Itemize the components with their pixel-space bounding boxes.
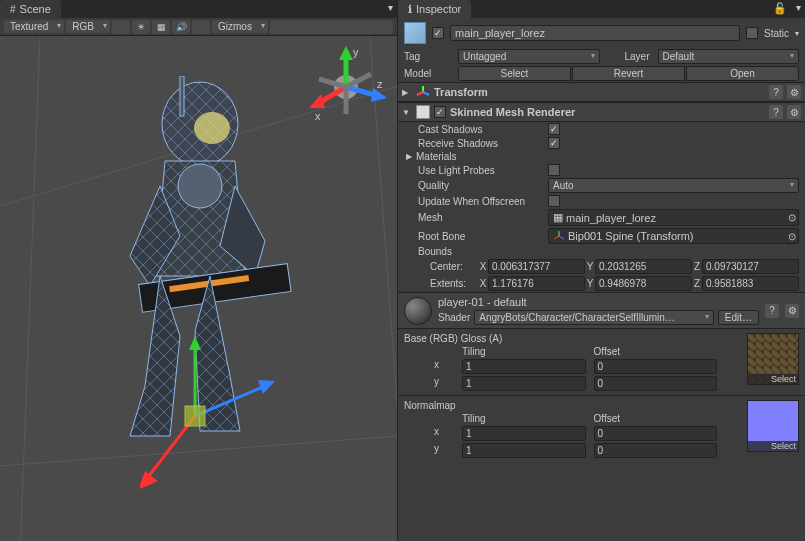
model-buttons: Select Revert Open <box>458 66 799 81</box>
normal-tiling-y[interactable]: 1 <box>462 443 586 458</box>
x-label: X <box>478 278 488 289</box>
model-revert-button[interactable]: Revert <box>572 66 685 81</box>
svg-marker-14 <box>258 380 275 394</box>
base-texture-thumb[interactable]: Select <box>747 333 799 385</box>
gameobject-enabled-checkbox[interactable]: ✓ <box>432 27 444 39</box>
scene-tab[interactable]: # Scene <box>0 0 61 18</box>
smr-enabled-checkbox[interactable]: ✓ <box>434 106 446 118</box>
mesh-object-field[interactable]: ▦main_player_lorez <box>548 209 799 226</box>
materials-row[interactable]: ▶ Materials <box>398 150 805 163</box>
tag-dropdown[interactable]: Untagged <box>458 49 600 64</box>
scene-grid-icon: # <box>10 4 16 15</box>
bounds-extents-row: Extents: X 1.176176 Y 0.9486978 Z 0.9581… <box>398 275 805 292</box>
static-checkbox[interactable] <box>746 27 758 39</box>
extents-y-field[interactable]: 0.9486978 <box>595 276 692 291</box>
extents-z-field[interactable]: 0.9581883 <box>702 276 799 291</box>
base-texture-title: Base (RGB) Gloss (A) <box>404 333 747 344</box>
scene-skybox-toggle[interactable]: ▦ <box>152 20 170 34</box>
cast-shadows-label: Cast Shadows <box>418 124 548 135</box>
base-texture-select[interactable]: Select <box>748 374 798 384</box>
render-mode-dropdown[interactable]: RGB <box>66 20 110 33</box>
svg-line-36 <box>554 236 559 239</box>
scene-search-button[interactable] <box>270 20 393 34</box>
smr-title: Skinned Mesh Renderer <box>450 106 765 118</box>
root-bone-row: Root Bone Bip001 Spine (Transform) <box>398 227 805 245</box>
materials-label: Materials <box>416 151 546 162</box>
material-gear-icon[interactable]: ⚙ <box>785 304 799 318</box>
inspector-body: ✓ main_player_lorez Static ▾ Tag Untagge… <box>398 18 805 541</box>
gizmos-dropdown[interactable]: Gizmos <box>212 20 268 33</box>
normal-offset-x[interactable]: 0 <box>594 426 718 441</box>
offset-header: Offset <box>594 346 718 357</box>
move-gizmo[interactable] <box>140 336 290 506</box>
transform-foldout-icon[interactable]: ▶ <box>402 88 412 97</box>
receive-shadows-label: Receive Shadows <box>418 138 548 149</box>
scene-viewport[interactable]: y z x <box>0 36 397 541</box>
bounds-label: Bounds <box>418 246 548 257</box>
model-open-button[interactable]: Open <box>686 66 799 81</box>
light-probes-label: Use Light Probes <box>418 165 548 176</box>
scene-panel-menu-icon[interactable]: ▾ <box>383 0 397 14</box>
extents-x-field[interactable]: 1.176176 <box>488 276 585 291</box>
scene-panel: # Scene ▾ Textured RGB ☀ ▦ 🔊 Gizmos <box>0 0 398 541</box>
quality-row: Quality Auto <box>398 177 805 194</box>
inspector-tab[interactable]: ℹ Inspector <box>398 0 471 18</box>
normal-tiling-x[interactable]: 1 <box>462 426 586 441</box>
material-help-icon[interactable]: ? <box>765 304 779 318</box>
material-header[interactable]: player-01 - default Shader AngryBots/Cha… <box>398 292 805 328</box>
y-label: y <box>434 443 454 458</box>
shader-dropdown[interactable]: AngryBots/Character/CharacterSelfIllumin… <box>474 310 714 325</box>
cast-shadows-checkbox[interactable]: ✓ <box>548 123 560 135</box>
static-dropdown-icon[interactable]: ▾ <box>795 29 799 38</box>
gameobject-name-field[interactable]: main_player_lorez <box>450 25 740 41</box>
smr-help-icon[interactable]: ? <box>769 105 783 119</box>
normal-texture-thumb[interactable]: Select <box>747 400 799 452</box>
base-offset-y[interactable]: 0 <box>594 376 718 391</box>
scene-2d-toggle[interactable] <box>112 20 130 34</box>
scene-fx-toggle[interactable] <box>192 20 210 34</box>
receive-shadows-checkbox[interactable]: ✓ <box>548 137 560 149</box>
quality-dropdown[interactable]: Auto <box>548 178 799 193</box>
receive-shadows-row: Receive Shadows ✓ <box>398 136 805 150</box>
smr-gear-icon[interactable]: ⚙ <box>787 105 801 119</box>
center-z-field[interactable]: 0.09730127 <box>702 259 799 274</box>
smr-component-header[interactable]: ▼ ✓ Skinned Mesh Renderer ? ⚙ <box>398 102 805 122</box>
svg-text:x: x <box>315 110 321 122</box>
shader-edit-button[interactable]: Edit… <box>718 310 759 325</box>
svg-marker-26 <box>309 94 325 108</box>
scene-light-toggle[interactable]: ☀ <box>132 20 150 34</box>
materials-foldout-icon[interactable]: ▶ <box>406 152 416 161</box>
transform-gear-icon[interactable]: ⚙ <box>787 85 801 99</box>
svg-text:y: y <box>353 46 359 58</box>
base-offset-x[interactable]: 0 <box>594 359 718 374</box>
base-tiling-y[interactable]: 1 <box>462 376 586 391</box>
root-bone-object-field[interactable]: Bip001 Spine (Transform) <box>548 228 799 244</box>
lock-icon[interactable]: 🔓 <box>769 0 791 18</box>
mesh-row: Mesh ▦main_player_lorez <box>398 208 805 227</box>
transform-help-icon[interactable]: ? <box>769 85 783 99</box>
inspector-panel-menu-icon[interactable]: ▾ <box>791 0 805 14</box>
svg-point-6 <box>194 112 230 144</box>
scene-audio-toggle[interactable]: 🔊 <box>172 20 190 34</box>
transform-component-header[interactable]: ▶ Transform ? ⚙ <box>398 82 805 102</box>
update-offscreen-checkbox[interactable] <box>548 195 560 207</box>
light-probes-checkbox[interactable] <box>548 164 560 176</box>
material-preview-icon[interactable] <box>404 297 432 325</box>
layer-dropdown[interactable]: Default <box>658 49 800 64</box>
root-bone-label: Root Bone <box>418 231 548 242</box>
y-label: y <box>434 376 454 391</box>
center-label: Center: <box>430 261 478 272</box>
base-tiling-x[interactable]: 1 <box>462 359 586 374</box>
draw-mode-dropdown[interactable]: Textured <box>4 20 64 33</box>
root-bone-value: Bip001 Spine (Transform) <box>568 230 694 242</box>
center-x-field[interactable]: 0.006317377 <box>488 259 585 274</box>
center-y-field[interactable]: 0.2031265 <box>595 259 692 274</box>
gameobject-icon[interactable] <box>404 22 426 44</box>
orientation-gizmo[interactable]: y z x <box>303 44 389 130</box>
model-select-button[interactable]: Select <box>458 66 571 81</box>
smr-foldout-icon[interactable]: ▼ <box>402 108 412 117</box>
mesh-field-icon: ▦ <box>553 211 563 224</box>
normal-texture-select[interactable]: Select <box>748 441 798 451</box>
normal-offset-y[interactable]: 0 <box>594 443 718 458</box>
transform-icon <box>416 85 430 99</box>
